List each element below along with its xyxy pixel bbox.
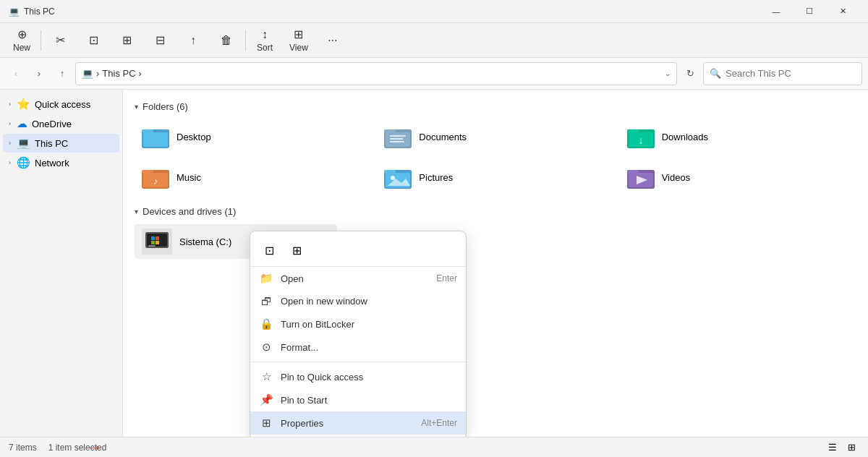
open-folder-icon: 📁 (259, 272, 273, 285)
sidebar-item-quick-access[interactable]: › ⭐ Quick access (3, 95, 119, 114)
onedrive-icon: ☁ (17, 117, 27, 130)
context-menu-bitlocker[interactable]: 🔒 Turn on BitLocker (250, 312, 466, 336)
new-label: New (13, 43, 30, 53)
window-icon: 💻 (9, 7, 20, 17)
context-menu-top-icons: ⊡ ⊞ (250, 236, 466, 267)
folder-item-music[interactable]: ♪ Music (135, 160, 371, 195)
sidebar-item-network[interactable]: › 🌐 Network (3, 153, 119, 172)
item-count: 7 items (9, 443, 37, 453)
search-input[interactable] (726, 68, 856, 79)
toolbar: ⊕ New ✂ ⊡ ⊞ ⊟ ↑ 🗑 ↕ Sort ⊞ View ··· (0, 23, 868, 58)
context-menu-open-new-window[interactable]: 🗗 Open in new window (250, 290, 466, 312)
back-button[interactable]: ‹ (6, 64, 26, 84)
path-separator-1: › (96, 68, 99, 79)
toolbar-divider-2 (245, 30, 246, 51)
drives-section-header: ▾ Devices and drives (1) (135, 206, 856, 217)
drives-header-label: Devices and drives (1) (142, 206, 236, 217)
folder-item-desktop[interactable]: Desktop (135, 119, 371, 154)
sidebar: › ⭐ Quick access › ☁ OneDrive › 💻 This P… (0, 90, 123, 437)
path-icon: 💻 (82, 68, 93, 79)
paste-icon: ⊞ (122, 33, 132, 47)
view-button[interactable]: ⊞ View (282, 26, 315, 55)
view-label: View (289, 43, 308, 53)
refresh-button[interactable]: ↻ (680, 64, 700, 84)
search-box[interactable]: 🔍 (703, 62, 862, 85)
cut-button[interactable]: ✂ (44, 26, 76, 55)
main-layout: › ⭐ Quick access › ☁ OneDrive › 💻 This P… (0, 90, 868, 437)
documents-folder-icon (384, 125, 412, 148)
new-button[interactable]: ⊕ New (6, 26, 38, 55)
onedrive-chevron-icon: › (9, 120, 11, 127)
svg-rect-30 (156, 236, 159, 240)
share-button[interactable]: ↑ (177, 26, 209, 55)
cm-open-label: Open (281, 273, 304, 284)
svg-rect-29 (151, 236, 155, 240)
folder-item-videos[interactable]: Videos (620, 160, 856, 195)
pictures-folder-icon (384, 166, 412, 189)
drive-name: Sistema (C:) (179, 236, 231, 247)
sort-icon: ↕ (262, 28, 268, 41)
svg-rect-28 (148, 245, 156, 247)
cut-icon: ✂ (56, 33, 65, 47)
svg-rect-8 (390, 141, 404, 142)
folder-item-documents[interactable]: Documents (377, 119, 613, 154)
network-icon: 🌐 (17, 156, 30, 169)
window-title: This PC (24, 7, 55, 17)
minimize-button[interactable]: — (760, 0, 793, 23)
format-icon: ⊙ (259, 341, 273, 354)
forward-button[interactable]: › (29, 64, 49, 84)
view-icon: ⊞ (294, 27, 303, 41)
more-button[interactable]: ··· (317, 26, 349, 55)
title-bar: 💻 This PC — ☐ ✕ (0, 0, 868, 23)
folder-name: Desktop (176, 132, 211, 142)
music-folder-icon: ♪ (142, 166, 169, 189)
search-icon: 🔍 (710, 68, 721, 79)
copy-icon: ⊡ (89, 33, 98, 47)
context-copy-button[interactable]: ⊡ (256, 239, 282, 262)
address-path[interactable]: 💻 › This PC › ⌄ (75, 62, 677, 85)
folder-name: Pictures (419, 172, 453, 183)
svg-rect-32 (156, 241, 159, 244)
videos-folder-icon (627, 166, 655, 189)
folder-name: Videos (662, 172, 691, 183)
svg-rect-2 (143, 132, 168, 147)
quick-access-icon: ⭐ (17, 98, 30, 111)
grid-view-button[interactable]: ⊞ (843, 440, 859, 456)
context-menu-properties[interactable]: ⊞ Properties Alt+Enter (250, 411, 466, 435)
bitlocker-icon: 🔒 (259, 317, 273, 330)
folder-item-downloads[interactable]: ↓ Downloads (620, 119, 856, 154)
cm-format-label: Format... (281, 342, 318, 353)
delete-button[interactable]: 🗑 (210, 26, 242, 55)
copy-button[interactable]: ⊡ (77, 26, 109, 55)
sort-button[interactable]: ↕ Sort (249, 26, 281, 55)
sidebar-item-label: OneDrive (32, 119, 72, 129)
sidebar-item-label: Network (35, 158, 69, 168)
content-area: ▾ Folders (6) Desktop (123, 90, 868, 437)
up-button[interactable]: ↑ (52, 64, 72, 84)
context-menu-pin-start[interactable]: 📌 Pin to Start (250, 388, 466, 411)
paste-button[interactable]: ⊞ (111, 26, 142, 55)
close-button[interactable]: ✕ (826, 0, 859, 23)
pin-quick-access-icon: ☆ (259, 370, 273, 383)
network-chevron-icon: › (9, 159, 11, 166)
path-chevron-icon: ⌄ (665, 69, 671, 77)
context-paste-button[interactable]: ⊞ (284, 239, 310, 262)
rename-button[interactable]: ⊟ (144, 26, 176, 55)
cm-properties-shortcut: Alt+Enter (421, 418, 457, 428)
folder-item-pictures[interactable]: Pictures (377, 160, 613, 195)
context-menu-pin-quick-access[interactable]: ☆ Pin to Quick access (250, 365, 466, 388)
sidebar-item-onedrive[interactable]: › ☁ OneDrive (3, 114, 119, 133)
share-icon: ↑ (190, 34, 196, 47)
list-view-button[interactable]: ☰ (825, 440, 841, 456)
sort-label: Sort (257, 43, 273, 53)
status-view-controls: ☰ ⊞ (825, 440, 859, 456)
context-menu-open[interactable]: 📁 Open Enter (250, 267, 466, 290)
context-menu-format[interactable]: ⊙ Format... (250, 336, 466, 359)
sidebar-item-label: This PC (35, 138, 68, 149)
cm-pin-start-label: Pin to Start (281, 395, 327, 406)
folder-grid: Desktop Documents (135, 119, 856, 195)
cm-bitlocker-label: Turn on BitLocker (281, 319, 354, 330)
sidebar-item-this-pc[interactable]: › 💻 This PC (3, 134, 119, 153)
maximize-button[interactable]: ☐ (793, 0, 826, 23)
properties-icon: ⊞ (259, 417, 273, 430)
